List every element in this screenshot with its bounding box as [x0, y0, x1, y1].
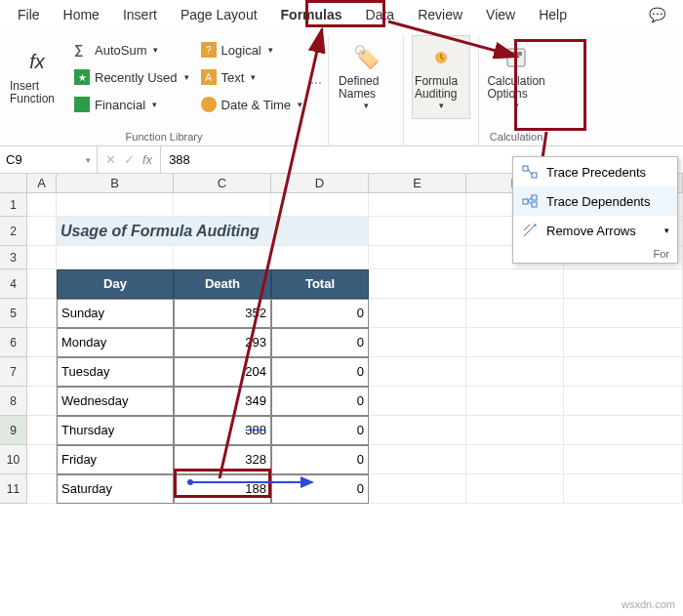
cell-b9[interactable]: Thursday: [57, 416, 174, 445]
select-all-corner[interactable]: [0, 174, 27, 192]
header-day[interactable]: Day: [57, 269, 174, 299]
tab-review[interactable]: Review: [406, 2, 474, 27]
row-header-4[interactable]: 4: [0, 269, 27, 299]
title-cell[interactable]: Usage of Formula Auditing: [57, 217, 369, 246]
chevron-down-icon: ▾: [514, 101, 519, 110]
fx-icon[interactable]: fx: [142, 152, 152, 167]
name-box[interactable]: C9 ▾: [0, 146, 98, 173]
chevron-down-icon: ▾: [184, 72, 189, 82]
chevron-down-icon: ▾: [439, 101, 444, 110]
cell-c11[interactable]: 188: [174, 474, 271, 504]
comments-icon[interactable]: 💬: [637, 2, 677, 27]
chevron-down-icon: ▾: [153, 45, 158, 55]
chevron-down-icon: ▾: [364, 101, 369, 110]
defined-names-button[interactable]: 🏷️ Defined Names ▾: [337, 35, 395, 119]
precedents-icon: [521, 163, 539, 181]
cell-b8[interactable]: Wednesday: [57, 387, 174, 416]
svg-line-9: [528, 197, 532, 201]
cell-d8[interactable]: 0: [271, 387, 369, 416]
cell-b10[interactable]: Friday: [57, 445, 174, 474]
row-header-5[interactable]: 5: [0, 299, 27, 328]
tab-formulas[interactable]: Formulas: [269, 2, 354, 27]
row-header-7[interactable]: 7: [0, 357, 27, 387]
row-header-10[interactable]: 10: [0, 445, 27, 474]
row-header-3[interactable]: 3: [0, 246, 27, 269]
row-header-2[interactable]: 2: [0, 217, 27, 246]
row-header-1[interactable]: 1: [0, 193, 27, 217]
menu-bar: File Home Insert Page Layout Formulas Da…: [0, 0, 683, 29]
formula-auditing-button[interactable]: Formula Auditing ▾: [412, 35, 470, 119]
row-header-8[interactable]: 8: [0, 387, 27, 416]
tab-home[interactable]: Home: [52, 2, 111, 27]
svg-rect-7: [532, 195, 537, 200]
header-total[interactable]: Total: [271, 269, 369, 299]
cell-c9[interactable]: 388: [174, 416, 271, 445]
tab-data[interactable]: Data: [354, 2, 407, 27]
svg-rect-3: [523, 166, 528, 171]
trace-dependents-item[interactable]: Trace Dependents: [513, 186, 677, 216]
ribbon: fx Insert Function ∑ AutoSum▾ ★ Recently…: [0, 29, 683, 146]
cell-b6[interactable]: Monday: [57, 328, 174, 357]
svg-line-5: [528, 169, 532, 175]
cell-c10[interactable]: 328: [174, 445, 271, 474]
cell-c5[interactable]: 352: [174, 299, 271, 328]
fx-icon: fx: [23, 49, 51, 76]
row-header-11[interactable]: 11: [0, 474, 27, 504]
tab-help[interactable]: Help: [527, 2, 579, 27]
cell-d11[interactable]: 0: [271, 474, 369, 504]
cell-c7[interactable]: 204: [174, 357, 271, 387]
row-header-9[interactable]: 9: [0, 416, 27, 445]
dropdown-footer: For: [513, 245, 677, 263]
cell-d9[interactable]: 0: [271, 416, 369, 445]
financial-button[interactable]: Financial▾: [70, 92, 193, 117]
cell-d10[interactable]: 0: [271, 445, 369, 474]
date-time-button[interactable]: Date & Time▾: [197, 92, 307, 117]
cell-d5[interactable]: 0: [271, 299, 369, 328]
cell-c6[interactable]: 293: [174, 328, 271, 357]
recently-used-button[interactable]: ★ Recently Used▾: [70, 64, 193, 90]
group-label-calculation: Calculation: [490, 131, 542, 145]
row-header-6[interactable]: 6: [0, 328, 27, 357]
tab-page-layout[interactable]: Page Layout: [169, 2, 269, 27]
tab-view[interactable]: View: [474, 2, 527, 27]
calculation-options-button[interactable]: Calculation Options ▾: [487, 35, 545, 119]
more-icon[interactable]: ⋯: [310, 76, 320, 90]
cancel-icon[interactable]: ✕: [105, 152, 116, 167]
chevron-down-icon: ▾: [86, 155, 91, 165]
cell-d7[interactable]: 0: [271, 357, 369, 387]
enter-icon[interactable]: ✓: [124, 152, 135, 167]
cell-b11[interactable]: Saturday: [57, 474, 174, 504]
cell-b5[interactable]: Sunday: [57, 299, 174, 328]
group-label-function-library: Function Library: [126, 131, 203, 145]
text-button[interactable]: A Text▾: [197, 64, 307, 90]
insert-function-button[interactable]: fx Insert Function: [8, 35, 66, 119]
tag-icon: 🏷️: [352, 44, 380, 71]
svg-rect-4: [532, 173, 537, 178]
svg-rect-2: [510, 52, 522, 56]
cell-c8[interactable]: 349: [174, 387, 271, 416]
formula-auditing-menu: Trace Precedents Trace Dependents Remove…: [512, 156, 678, 264]
cell-d6[interactable]: 0: [271, 328, 369, 357]
chevron-down-icon: ▾: [152, 100, 157, 109]
col-header-e[interactable]: E: [369, 174, 466, 192]
trace-precedents-item[interactable]: Trace Precedents: [513, 157, 677, 186]
cell-b7[interactable]: Tuesday: [57, 357, 174, 387]
col-header-d[interactable]: D: [271, 174, 369, 192]
remove-arrows-item[interactable]: Remove Arrows ▾: [513, 216, 677, 245]
tab-insert[interactable]: Insert: [111, 2, 169, 27]
chevron-down-icon: ▾: [251, 72, 256, 82]
header-death[interactable]: Death: [174, 269, 271, 299]
tab-file[interactable]: File: [6, 2, 52, 27]
auditing-icon: [427, 44, 455, 71]
col-header-a[interactable]: A: [27, 174, 57, 192]
autosum-button[interactable]: ∑ AutoSum▾: [70, 37, 193, 62]
chevron-down-icon: ▾: [298, 100, 302, 109]
col-header-c[interactable]: C: [174, 174, 271, 192]
star-icon: ★: [74, 69, 90, 85]
clock-icon: [201, 97, 217, 112]
svg-rect-6: [523, 199, 528, 204]
col-header-b[interactable]: B: [57, 174, 174, 192]
text-icon: A: [201, 69, 217, 85]
chevron-down-icon: ▾: [664, 226, 669, 235]
logical-button[interactable]: ? Logical▾: [197, 37, 307, 62]
